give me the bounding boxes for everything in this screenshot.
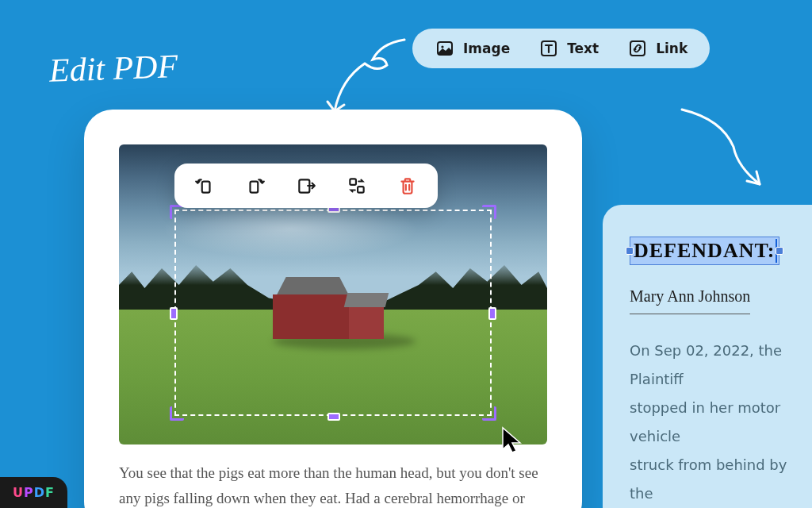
updf-logo: UPDF bbox=[0, 477, 67, 508]
toolbar-text[interactable]: Text bbox=[538, 38, 599, 59]
svg-point-1 bbox=[441, 45, 443, 48]
toolbar-image-label: Image bbox=[463, 40, 510, 56]
text-icon bbox=[538, 38, 559, 59]
resize-handle-bl[interactable] bbox=[170, 406, 184, 421]
toolbar-image[interactable]: Image bbox=[435, 38, 510, 59]
svg-rect-5 bbox=[251, 182, 259, 193]
svg-rect-4 bbox=[202, 182, 210, 193]
side-line: stopped in her motor vehicle bbox=[630, 394, 812, 451]
defendant-heading: DEFENDANT: bbox=[634, 239, 776, 262]
svg-rect-8 bbox=[358, 187, 364, 193]
resize-handle-lm[interactable] bbox=[170, 307, 178, 320]
arrow-curve-2 bbox=[674, 103, 785, 198]
svg-rect-7 bbox=[350, 179, 356, 185]
photo-wrap bbox=[119, 144, 547, 444]
text-cursor bbox=[776, 239, 777, 263]
image-icon bbox=[435, 38, 455, 59]
side-body-text: On Sep 02, 2022, the Plaintiff stopped i… bbox=[630, 337, 812, 508]
cursor-icon bbox=[500, 425, 527, 457]
resize-handle-tr[interactable] bbox=[482, 205, 496, 219]
toolbar-link-label: Link bbox=[656, 40, 688, 56]
document-body-text: You see that the pigs eat more than the … bbox=[119, 460, 547, 508]
side-document: DEFENDANT: Mary Ann Johnson On Sep 02, 2… bbox=[603, 205, 812, 508]
rotate-right-button[interactable] bbox=[244, 175, 266, 197]
resize-handle-bm[interactable] bbox=[327, 413, 340, 421]
edit-toolbar: Image Text Link bbox=[412, 29, 710, 68]
document-card: You see that the pigs eat more than the … bbox=[84, 110, 582, 508]
text-selection[interactable]: DEFENDANT: bbox=[630, 237, 779, 265]
replace-image-button[interactable] bbox=[346, 175, 368, 197]
hero-title: Edit PDF bbox=[48, 47, 178, 90]
delete-image-button[interactable] bbox=[396, 175, 419, 197]
defendant-name: Mary Ann Johnson bbox=[630, 287, 750, 314]
rotate-left-button[interactable] bbox=[193, 175, 216, 197]
side-line: On Sep 02, 2022, the Plaintiff bbox=[630, 337, 812, 394]
image-selection-box[interactable] bbox=[174, 210, 492, 416]
toolbar-text-label: Text bbox=[567, 40, 599, 56]
resize-handle-br[interactable] bbox=[482, 406, 496, 421]
link-icon bbox=[627, 38, 648, 59]
toolbar-link[interactable]: Link bbox=[627, 38, 688, 59]
image-edit-toolbar bbox=[174, 164, 438, 208]
extract-image-button[interactable] bbox=[295, 175, 317, 197]
svg-rect-3 bbox=[630, 41, 645, 56]
side-line: struck from behind by the bbox=[630, 451, 812, 508]
resize-handle-rm[interactable] bbox=[488, 307, 496, 320]
